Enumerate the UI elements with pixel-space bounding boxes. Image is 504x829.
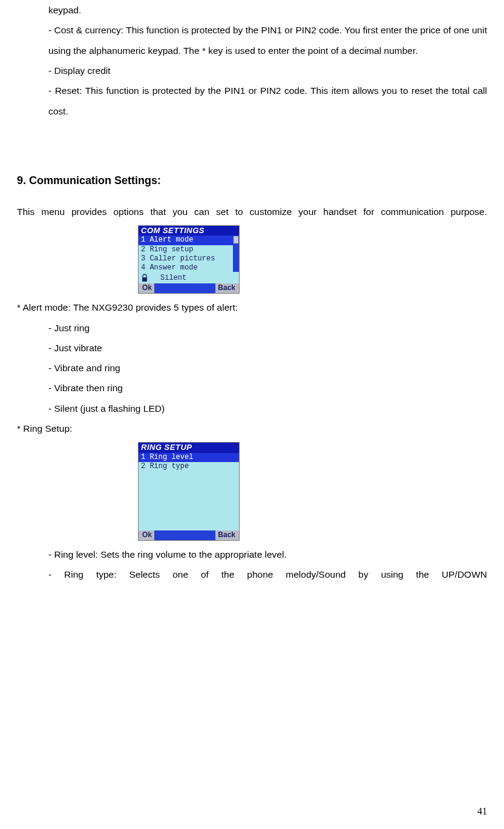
cost-currency-text: - Cost & currency: This function is prot… (48, 20, 487, 61)
lock-icon (141, 274, 148, 282)
softkey-center-ring (154, 530, 215, 540)
menu-item-ring-level: 1 Ring level (139, 453, 239, 462)
scrollbar-thumb (234, 236, 238, 243)
menu-item-ring-setup: 2 Ring setup (139, 245, 239, 254)
ring-setup-heading: * Ring Setup: (17, 418, 487, 438)
status-text: Silent (160, 274, 186, 282)
screen-title-ring: RING SETUP (139, 443, 239, 452)
alert-item-silent: - Silent (just a flashing LED) (48, 398, 487, 418)
menu-item-alert-mode: 1 Alert mode (139, 236, 239, 245)
softkey-ok: Ok (142, 284, 152, 292)
status-bar: Silent (139, 272, 239, 283)
alert-item-vibrate-then-ring: - Vibrate then ring (48, 378, 487, 398)
menu-item-answer-mode: 4 Answer mode (139, 263, 239, 272)
svg-rect-0 (142, 277, 147, 282)
menu-item-ring-type: 2 Ring type (139, 462, 239, 471)
section-intro: This menu provides options that you can … (17, 202, 487, 222)
scrollbar (233, 236, 239, 272)
alert-mode-heading: * Alert mode: The NXG9230 provides 5 typ… (17, 297, 487, 317)
alert-item-just-ring: - Just ring (48, 318, 487, 338)
ring-setup-screenshot: RING SETUP 1 Ring level 2 Ring type Ok B… (138, 442, 240, 540)
section-title: 9. Communication Settings: (17, 174, 487, 187)
softkey-back-ring: Back (218, 531, 235, 540)
alert-item-just-vibrate: - Just vibrate (48, 338, 487, 358)
keypad-fragment: keypad. (48, 0, 487, 20)
softkey-center (154, 283, 215, 293)
screen-title: COM SETTINGS (139, 226, 239, 236)
page-number: 41 (477, 806, 487, 817)
alert-item-vibrate-and-ring: - Vibrate and ring (48, 358, 487, 378)
reset-text: - Reset: This function is protected by t… (48, 81, 487, 121)
menu-item-caller-pictures: 3 Caller pictures (139, 254, 239, 263)
com-settings-screenshot: COM SETTINGS 1 Alert mode 2 Ring setup 3… (138, 225, 240, 294)
ring-type-text: - Ring type: Selects one of the phone me… (48, 564, 487, 584)
softkey-ok-ring: Ok (142, 531, 152, 540)
softkey-back: Back (218, 284, 235, 292)
ring-level-text: - Ring level: Sets the ring volume to th… (48, 544, 487, 564)
display-credit-text: - Display credit (48, 61, 487, 81)
